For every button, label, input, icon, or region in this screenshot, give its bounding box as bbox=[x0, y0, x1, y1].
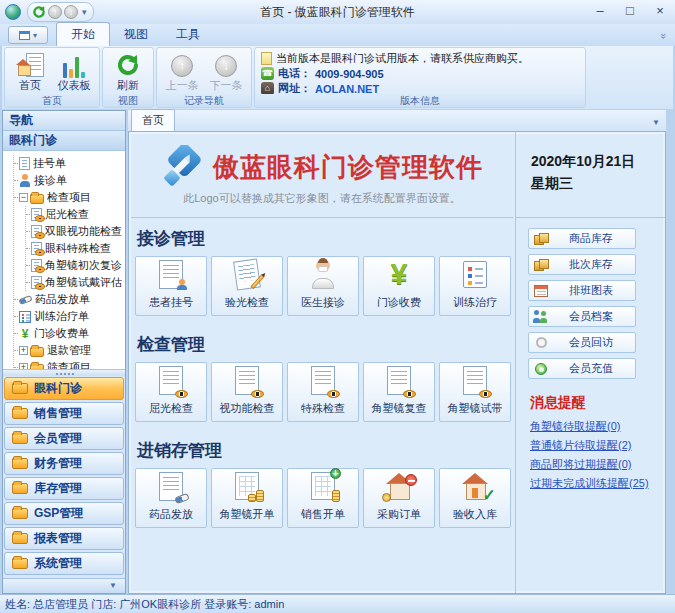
tab-tools[interactable]: 工具 bbox=[162, 23, 214, 46]
sidebar-item-sales[interactable]: 销售管理 bbox=[4, 402, 124, 425]
expand-expander-icon[interactable]: + bbox=[19, 346, 28, 355]
sidebar-item-reports[interactable]: 报表管理 bbox=[4, 527, 124, 550]
tree-item-medicine-dispense-form[interactable]: 药品发放单 bbox=[14, 291, 125, 308]
ribbon-group-home: 首页 仪表板 首页 bbox=[4, 47, 100, 108]
doc-eye-icon bbox=[31, 276, 42, 289]
optometry-check-button[interactable]: 验光检查 bbox=[211, 256, 283, 316]
overdue-training-notice-link[interactable]: 过期未完成训练提醒(25) bbox=[530, 476, 665, 491]
quick-buttons: 商品库存 批次库存 排班图表 会员档案 会员回访 bbox=[528, 228, 665, 379]
minimize-button[interactable]: – bbox=[585, 1, 615, 23]
product-expiry-notice-link[interactable]: 商品即将过期提醒(0) bbox=[530, 457, 665, 472]
weekday-text: 星期三 bbox=[531, 173, 665, 195]
logo-area: 傲蓝眼科门诊管理软件 此Logo可以替换成其它形象图，请在系统配置界面设置。 bbox=[131, 134, 513, 218]
nav-pane-title: 导航 bbox=[3, 111, 125, 131]
notice-links: 角塑镜待取提醒(0) 普通镜片待取提醒(2) 商品即将过期提醒(0) 过期未完成… bbox=[530, 419, 665, 491]
tree-item-refraction-exam[interactable]: 屈光检查 bbox=[26, 206, 125, 223]
main-right-column: 2020年10月21日 星期三 商品库存 批次库存 排班图表 bbox=[516, 132, 665, 593]
ortho-k-pickup-notice-link[interactable]: 角塑镜待取提醒(0) bbox=[530, 419, 665, 434]
sidebar-item-system[interactable]: 系统管理 bbox=[4, 552, 124, 575]
ortho-k-order-button[interactable]: 角塑镜开单 bbox=[211, 468, 283, 528]
doc-eye-icon bbox=[463, 366, 487, 395]
tree-item-ortho-k-trial-assessment[interactable]: 角塑镜试戴评估 bbox=[26, 274, 125, 291]
tree-item-reception-form[interactable]: 接诊单 bbox=[14, 172, 125, 189]
tree-item-clinic-charge-form[interactable]: 门诊收费单 bbox=[14, 325, 125, 342]
clinic-charge-button[interactable]: ¥ 门诊收费 bbox=[363, 256, 435, 316]
home-button[interactable]: 首页 bbox=[8, 51, 52, 95]
purchase-order-button[interactable]: 采购订单 bbox=[363, 468, 435, 528]
tree-item-special-eye-exam[interactable]: 眼科特殊检查 bbox=[26, 240, 125, 257]
window-title: 首页 - 傲蓝眼科门诊管理软件 bbox=[0, 4, 675, 21]
member-archive-button[interactable]: 会员档案 bbox=[528, 306, 636, 327]
tree-item-exam-items-folder[interactable]: − 检查项目 bbox=[14, 189, 125, 206]
next-record-button[interactable]: ↓ 下一条 bbox=[204, 51, 248, 95]
ribbon-group-version-info: 当前版本是眼科门诊试用版本，请联系供应商购买。 ☎ 电话： 4009-904-9… bbox=[254, 47, 586, 108]
group-label: 视图 bbox=[103, 94, 153, 107]
collapse-expander-icon[interactable]: − bbox=[19, 193, 28, 202]
doc-eye-icon bbox=[31, 242, 42, 255]
file-menu-button[interactable]: ▾ bbox=[8, 26, 48, 44]
tree-item-registration-form[interactable]: 挂号单 bbox=[14, 155, 125, 172]
phone-number: 4009-904-905 bbox=[315, 68, 384, 80]
brand-title: 傲蓝眼科门诊管理软件 bbox=[213, 150, 483, 185]
arrow-down-circle-icon: ↓ bbox=[215, 55, 237, 77]
special-exam-button[interactable]: 特殊检查 bbox=[287, 362, 359, 422]
refraction-exam-button[interactable]: 屈光检查 bbox=[135, 362, 207, 422]
ribbon-group-view: 刷新 视图 bbox=[102, 47, 154, 108]
ribbon-group-record-nav: ↑ 上一条 ↓ 下一条 记录导航 bbox=[156, 47, 252, 108]
chevron-down-icon: ▼ bbox=[109, 581, 117, 590]
training-treatment-button[interactable]: 训练治疗 bbox=[439, 256, 511, 316]
refresh-icon[interactable] bbox=[32, 5, 46, 19]
date-text: 2020年10月21日 bbox=[531, 151, 665, 173]
product-stock-button[interactable]: 商品库存 bbox=[528, 228, 636, 249]
prev-record-button[interactable]: ↑ 上一条 bbox=[160, 51, 204, 95]
sidebar-item-finance[interactable]: 财务管理 bbox=[4, 452, 124, 475]
medicine-dispense-button[interactable]: 药品发放 bbox=[135, 468, 207, 528]
quick-access-dropdown-icon[interactable]: ▾ bbox=[82, 7, 87, 17]
lens-pickup-notice-link[interactable]: 普通镜片待取提醒(2) bbox=[530, 438, 665, 453]
sidebar-item-eye-clinic[interactable]: 眼科门诊 bbox=[4, 377, 124, 400]
tree-item-binocular-vision-exam[interactable]: 双眼视功能检查 bbox=[26, 223, 125, 240]
nav-splitter[interactable] bbox=[3, 369, 125, 376]
doc-eye-icon bbox=[387, 366, 411, 395]
tree-item-refund-management-folder[interactable]: + 退款管理 bbox=[14, 342, 125, 359]
maximize-button[interactable]: □ bbox=[615, 1, 645, 23]
doc-eye-icon bbox=[31, 208, 42, 221]
ortho-k-recheck-button[interactable]: 角塑镜复查 bbox=[363, 362, 435, 422]
doctor-reception-button[interactable]: 医生接诊 bbox=[287, 256, 359, 316]
sidebar-item-members[interactable]: 会员管理 bbox=[4, 427, 124, 450]
tree-item-training-treatment-form[interactable]: 训练治疗单 bbox=[14, 308, 125, 325]
refresh-button[interactable]: 刷新 bbox=[106, 51, 150, 95]
tab-home-document[interactable]: 首页 bbox=[131, 109, 175, 131]
ortho-k-trial-button[interactable]: 角塑镜试带 bbox=[439, 362, 511, 422]
folder-icon bbox=[12, 458, 28, 469]
arrow-up-circle-icon: ↑ bbox=[171, 55, 193, 77]
receive-stock-button[interactable]: ✓ 验收入库 bbox=[439, 468, 511, 528]
visual-function-exam-button[interactable]: 视功能检查 bbox=[211, 362, 283, 422]
ribbon-collapse-icon[interactable]: » bbox=[658, 33, 670, 39]
home-page-content: 傲蓝眼科门诊管理软件 此Logo可以替换成其它形象图，请在系统配置界面设置。 接… bbox=[128, 131, 666, 594]
boxes-icon bbox=[534, 233, 549, 245]
patient-register-button[interactable]: 患者挂号 bbox=[135, 256, 207, 316]
website-link[interactable]: AOLAN.NET bbox=[315, 83, 379, 95]
sidebar-item-inventory[interactable]: 库存管理 bbox=[4, 477, 124, 500]
member-callback-button[interactable]: 会员回访 bbox=[528, 332, 636, 353]
nav-collapse-strip[interactable]: ▼ bbox=[3, 578, 125, 593]
tree-item-screening-items-folder[interactable]: + 筛查项目 bbox=[14, 359, 125, 369]
tree-item-ortho-k-first-followup[interactable]: 角塑镜初次复诊 bbox=[26, 257, 125, 274]
close-button[interactable]: × bbox=[645, 1, 675, 23]
arrow-down-circle-icon[interactable]: ↓ bbox=[64, 5, 78, 19]
note-icon bbox=[261, 52, 272, 65]
tab-list-dropdown-icon[interactable]: ▼ bbox=[652, 118, 660, 131]
batch-stock-button[interactable]: 批次库存 bbox=[528, 254, 636, 275]
doc-eye-icon bbox=[31, 259, 42, 272]
sales-order-button[interactable]: 销售开单 bbox=[287, 468, 359, 528]
sidebar-item-gsp[interactable]: GSP管理 bbox=[4, 502, 124, 525]
dashboard-button[interactable]: 仪表板 bbox=[52, 51, 96, 95]
tab-start[interactable]: 开始 bbox=[56, 22, 110, 46]
member-recharge-button[interactable]: 会员充值 bbox=[528, 358, 636, 379]
schedule-chart-button[interactable]: 排班图表 bbox=[528, 280, 636, 301]
doc-eye-icon bbox=[311, 366, 335, 395]
exam-buttons: 屈光检查 视功能检查 特殊检查 角塑镜复查 bbox=[135, 362, 511, 422]
arrow-up-circle-icon[interactable]: ↑ bbox=[48, 5, 62, 19]
tab-view[interactable]: 视图 bbox=[110, 23, 162, 46]
